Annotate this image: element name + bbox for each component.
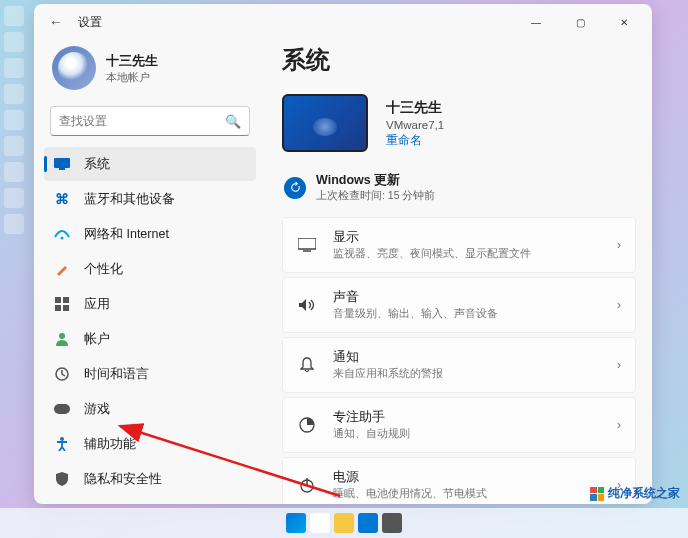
svg-rect-4	[63, 297, 69, 303]
search-icon: 🔍	[225, 114, 241, 129]
profile-name: 十三先生	[106, 52, 158, 70]
sidebar-item-8[interactable]: 辅助功能	[44, 427, 256, 461]
rename-link[interactable]: 重命名	[386, 133, 444, 148]
card-subtitle: 监视器、亮度、夜间模式、显示配置文件	[333, 247, 617, 261]
card-subtitle: 睡眠、电池使用情况、节电模式	[333, 487, 617, 501]
svg-point-10	[60, 437, 64, 441]
nav-icon	[54, 331, 70, 347]
device-model: VMware7,1	[386, 119, 444, 131]
titlebar: ← 设置 — ▢ ✕	[34, 4, 652, 40]
sidebar-item-2[interactable]: 网络和 Internet	[44, 217, 256, 251]
taskbar-start[interactable]	[286, 513, 306, 533]
sidebar-item-9[interactable]: 隐私和安全性	[44, 462, 256, 496]
sidebar-item-7[interactable]: 游戏	[44, 392, 256, 426]
minimize-button[interactable]: —	[516, 8, 556, 36]
nav-label: 系统	[84, 156, 110, 173]
taskbar-explorer[interactable]	[334, 513, 354, 533]
taskbar	[0, 508, 688, 538]
avatar	[52, 46, 96, 90]
notifications-icon	[297, 357, 317, 373]
svg-rect-11	[298, 238, 316, 249]
svg-rect-5	[55, 305, 61, 311]
nav-label: 时间和语言	[84, 366, 149, 383]
search-input[interactable]	[59, 114, 225, 128]
device-monitor-icon	[282, 94, 368, 152]
search-box[interactable]: 🔍	[50, 106, 250, 136]
device-card: 十三先生 VMware7,1 重命名	[282, 94, 636, 152]
device-name: 十三先生	[386, 99, 444, 117]
profile-block[interactable]: 十三先生 本地帐户	[44, 40, 256, 104]
nav-list: 系统⌘蓝牙和其他设备网络和 Internet个性化应用帐户时间和语言游戏辅助功能…	[44, 146, 256, 504]
watermark-logo	[590, 487, 604, 501]
nav-label: 网络和 Internet	[84, 226, 169, 243]
profile-subtitle: 本地帐户	[106, 70, 158, 85]
sidebar-item-6[interactable]: 时间和语言	[44, 357, 256, 391]
nav-label: 隐私和安全性	[84, 471, 162, 488]
chevron-right-icon: ›	[617, 298, 621, 312]
focus-icon	[297, 417, 317, 433]
display-icon	[297, 238, 317, 252]
card-title: 专注助手	[333, 409, 617, 426]
update-icon	[284, 177, 306, 199]
nav-icon	[54, 366, 70, 382]
nav-label: 个性化	[84, 261, 123, 278]
chevron-right-icon: ›	[617, 358, 621, 372]
settings-card-sound[interactable]: 声音音量级别、输出、输入、声音设备›	[282, 277, 636, 333]
nav-icon	[54, 471, 70, 487]
sidebar-item-0[interactable]: 系统	[44, 147, 256, 181]
settings-card-focus[interactable]: 专注助手通知、自动规则›	[282, 397, 636, 453]
nav-icon	[54, 226, 70, 242]
taskbar-edge[interactable]	[358, 513, 378, 533]
svg-rect-1	[59, 168, 65, 170]
sidebar-item-1[interactable]: ⌘蓝牙和其他设备	[44, 182, 256, 216]
watermark: 纯净系统之家	[590, 485, 680, 502]
back-button[interactable]: ←	[42, 8, 70, 36]
windows-update-row[interactable]: Windows 更新 上次检查时间: 15 分钟前	[282, 166, 636, 217]
nav-label: 蓝牙和其他设备	[84, 191, 175, 208]
nav-label: 应用	[84, 296, 110, 313]
page-title: 系统	[282, 44, 636, 76]
settings-card-notifications[interactable]: 通知来自应用和系统的警报›	[282, 337, 636, 393]
window-title: 设置	[78, 14, 102, 31]
settings-card-power[interactable]: 电源睡眠、电池使用情况、节电模式›	[282, 457, 636, 504]
nav-label: 游戏	[84, 401, 110, 418]
svg-rect-6	[63, 305, 69, 311]
sidebar-item-4[interactable]: 应用	[44, 287, 256, 321]
taskbar-app[interactable]	[382, 513, 402, 533]
sound-icon	[297, 298, 317, 312]
svg-point-2	[61, 237, 64, 240]
card-subtitle: 来自应用和系统的警报	[333, 367, 617, 381]
sidebar: 十三先生 本地帐户 🔍 系统⌘蓝牙和其他设备网络和 Internet个性化应用帐…	[34, 40, 262, 504]
nav-icon: ⌘	[54, 191, 70, 207]
card-subtitle: 通知、自动规则	[333, 427, 617, 441]
svg-point-7	[59, 333, 65, 339]
svg-rect-0	[54, 158, 70, 168]
nav-icon	[54, 296, 70, 312]
maximize-button[interactable]: ▢	[560, 8, 600, 36]
settings-card-display[interactable]: 显示监视器、亮度、夜间模式、显示配置文件›	[282, 217, 636, 273]
card-title: 电源	[333, 469, 617, 486]
main-panel: 系统 十三先生 VMware7,1 重命名 Windows 更新	[262, 40, 652, 504]
card-title: 声音	[333, 289, 617, 306]
close-button[interactable]: ✕	[604, 8, 644, 36]
card-title: 显示	[333, 229, 617, 246]
svg-rect-9	[54, 404, 70, 414]
card-subtitle: 音量级别、输出、输入、声音设备	[333, 307, 617, 321]
nav-icon	[54, 156, 70, 172]
power-icon	[297, 477, 317, 493]
nav-label: 帐户	[84, 331, 110, 348]
update-title: Windows 更新	[316, 172, 435, 189]
nav-label: 辅助功能	[84, 436, 136, 453]
sidebar-item-5[interactable]: 帐户	[44, 322, 256, 356]
sidebar-item-10[interactable]: Windows 更新	[44, 497, 256, 504]
chevron-right-icon: ›	[617, 238, 621, 252]
svg-rect-3	[55, 297, 61, 303]
nav-icon	[54, 261, 70, 277]
nav-icon	[54, 401, 70, 417]
sidebar-item-3[interactable]: 个性化	[44, 252, 256, 286]
watermark-text: 纯净系统之家	[608, 486, 680, 500]
desktop-icons	[0, 0, 28, 538]
chevron-right-icon: ›	[617, 418, 621, 432]
taskbar-search[interactable]	[310, 513, 330, 533]
nav-icon	[54, 436, 70, 452]
